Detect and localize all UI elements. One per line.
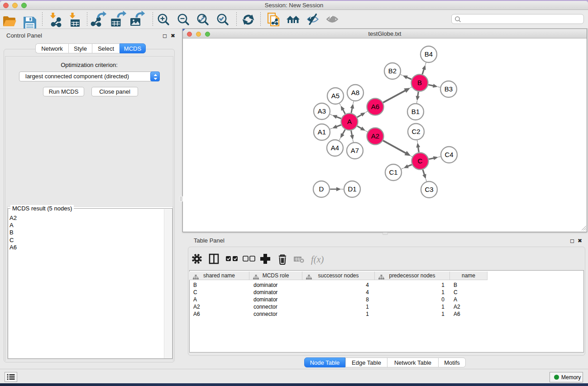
svg-text:C3: C3 — [425, 186, 433, 193]
svg-text:A: A — [347, 118, 352, 125]
svg-text:f(x): f(x) — [311, 254, 324, 265]
svg-text:A6: A6 — [371, 103, 379, 110]
svg-text:D1: D1 — [348, 185, 356, 193]
svg-text:A4: A4 — [331, 144, 339, 152]
svg-text:B2: B2 — [388, 67, 397, 75]
svg-text:A1: A1 — [318, 128, 326, 136]
svg-text:A7: A7 — [351, 147, 359, 154]
svg-text:B1: B1 — [411, 108, 420, 115]
svg-text:A5: A5 — [331, 92, 339, 100]
svg-text:C1: C1 — [389, 168, 397, 176]
svg-text:B3: B3 — [445, 85, 453, 93]
svg-text:B4: B4 — [425, 50, 433, 58]
svg-text:B: B — [417, 79, 422, 86]
svg-text:A3: A3 — [318, 107, 326, 115]
svg-text:A8: A8 — [351, 89, 359, 96]
svg-text:C2: C2 — [411, 128, 420, 135]
svg-text:D: D — [319, 185, 324, 193]
svg-text:C4: C4 — [445, 151, 453, 158]
svg-text:A2: A2 — [371, 132, 379, 140]
svg-text:C: C — [418, 157, 423, 165]
